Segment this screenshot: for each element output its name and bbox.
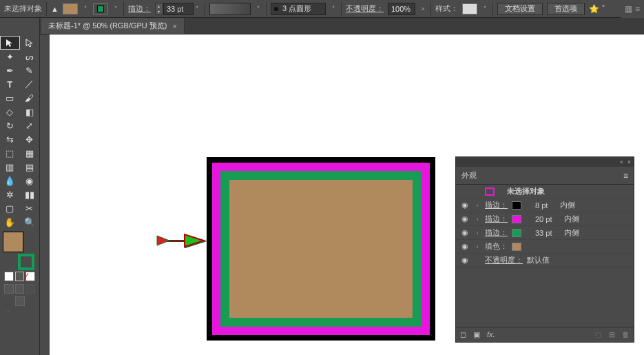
width-profile-dropdown[interactable]: ˅ [255,6,262,12]
symbol-sprayer-tool[interactable]: ✲ [0,187,20,201]
type-tool[interactable]: T [0,77,20,91]
opacity-label[interactable]: 不透明度： [346,3,384,14]
close-tab-icon[interactable]: × [173,22,177,30]
stroke-row-1[interactable]: ◉ › 描边： 8 pt 内侧 [456,199,634,212]
panel-menu-icon[interactable]: ≡ [623,171,628,181]
stroke-swatch[interactable] [93,3,108,14]
optbar-right-icons: ▦ ≡ [621,0,644,18]
stroke-weight-combo[interactable]: ▴▾ 33 pt ˅ [155,3,200,15]
no-selection-icon[interactable]: ◻ [460,330,466,339]
stroke-color-swatch[interactable] [512,201,521,210]
direct-selection-tool[interactable] [20,36,40,50]
fill-indicator[interactable] [3,232,23,252]
screen-mode-icon[interactable] [15,296,25,306]
hand-tool[interactable]: ✋ [0,215,20,229]
shape-builder-tool[interactable]: ⬚ [0,146,20,160]
stroke-size[interactable]: 20 pt [535,215,552,223]
collapse-icon[interactable]: « [620,159,623,165]
free-transform-tool[interactable]: ✥ [20,132,40,146]
stroke-color-swatch[interactable] [512,229,521,237]
magic-wand-tool[interactable]: ✦ [0,50,20,63]
stroke-indicator[interactable] [18,254,34,270]
opacity-dropdown[interactable]: > [419,6,426,12]
opacity-value[interactable]: 100% [388,3,415,15]
scale-tool[interactable]: ⤢ [20,119,40,132]
edit-toolbar-icon[interactable]: ⋯ [4,309,10,315]
visibility-icon[interactable]: ◉ [460,228,470,238]
fill-row[interactable]: ◉ › 填色： [456,240,634,254]
style-swatch[interactable] [462,3,477,14]
grid-icon[interactable]: ▦ [625,4,632,14]
list-icon[interactable]: ≡ [635,4,640,14]
brush-dropdown[interactable]: ˅ [330,6,337,12]
paintbrush-tool[interactable]: 🖌 [20,91,40,105]
add-stroke-icon[interactable]: ▣ [473,330,480,339]
curvature-tool[interactable]: ✎ [20,63,40,77]
visibility-icon[interactable]: ◉ [460,201,470,210]
preferences-button[interactable]: 首选项 [547,3,585,15]
object-label: 未选择对象 [507,186,545,196]
stroke-label[interactable]: 描边： [128,3,151,14]
stroke-dropdown[interactable]: ˅ [112,6,119,12]
brush-combo[interactable]: 3 点圆形 [271,3,326,15]
fill-color-swatch[interactable] [512,243,521,251]
trash-icon[interactable]: 🗑 [622,330,630,339]
opacity-label[interactable]: 不透明度： [485,255,523,265]
stroke-size[interactable]: 8 pt [535,201,548,210]
document-tab[interactable]: 未标题-1* @ 50% (RGB/GPU 预览) × [41,18,185,34]
visibility-icon[interactable]: ◉ [460,214,470,224]
expand-icon[interactable]: › [474,216,481,223]
perspective-tool[interactable]: ▦ [20,146,40,160]
expand-icon[interactable]: › [474,202,481,209]
zoom-tool[interactable]: 🔍 [20,215,40,229]
visibility-icon[interactable]: ◉ [460,242,470,252]
artwork-rectangle[interactable] [207,157,435,341]
expand-icon[interactable]: › [474,230,481,236]
eraser-tool[interactable]: ◧ [20,105,40,119]
column-graph-tool[interactable]: ▮▮ [20,187,40,201]
draw-mode-inside-icon[interactable] [25,284,35,294]
stroke-label[interactable]: 描边： [485,227,508,238]
clear-appearance-icon[interactable]: ◌ [595,330,602,339]
expand-icon[interactable]: › [474,243,481,250]
fill-dropdown[interactable]: ˅ [82,6,89,12]
visibility-icon[interactable]: ◉ [460,256,470,265]
pin-icon[interactable]: ⭐ ˅ [589,4,605,14]
object-row[interactable]: 未选择对象 [456,185,634,199]
width-profile-swatch[interactable] [209,3,251,15]
lasso-tool[interactable]: ᔕ [20,50,40,63]
draw-mode-normal-icon[interactable] [4,284,14,294]
slice-tool[interactable]: ✂ [20,201,40,215]
stroke-label[interactable]: 描边： [485,200,508,210]
shaper-tool[interactable]: ◇ [0,105,20,119]
selection-tool[interactable] [0,36,20,50]
stroke-size[interactable]: 33 pt [535,229,552,237]
stroke-label[interactable]: 描边： [485,214,508,224]
stroke-row-3[interactable]: ◉ › 描边： 33 pt 内侧 [456,226,634,240]
none-mode-icon[interactable]: ⁄ [25,272,35,281]
stroke-color-swatch[interactable] [512,215,521,223]
fill-stroke-control[interactable] [0,229,39,255]
width-tool[interactable]: ⇆ [0,132,20,146]
add-effect-icon[interactable]: fx. [487,330,495,339]
rectangle-tool[interactable]: ▭ [0,91,20,105]
close-panel-icon[interactable]: × [627,159,631,165]
style-dropdown[interactable]: ˅ [481,6,488,12]
gradient-mode-icon[interactable] [15,272,25,281]
gradient-tool[interactable]: ▤ [20,160,40,174]
blend-tool[interactable]: ◉ [20,174,40,187]
line-tool[interactable]: ／ [20,77,40,91]
draw-mode-behind-icon[interactable] [15,284,25,294]
document-setup-button[interactable]: 文档设置 [497,3,543,15]
color-mode-icon[interactable] [4,272,14,281]
opacity-row[interactable]: ◉ 不透明度： 默认值 [456,254,634,267]
fill-swatch[interactable] [63,3,78,14]
eyedropper-tool[interactable]: 💧 [0,174,20,187]
pen-tool[interactable]: ✒ [0,63,20,77]
stroke-row-2[interactable]: ◉ › 描边： 20 pt 内侧 [456,212,634,226]
artboard-tool[interactable]: ▢ [0,201,20,215]
fill-label[interactable]: 填色： [485,241,508,252]
rotate-tool[interactable]: ↻ [0,119,20,132]
duplicate-icon[interactable]: ⊞ [609,330,615,339]
mesh-tool[interactable]: ▥ [0,160,20,174]
